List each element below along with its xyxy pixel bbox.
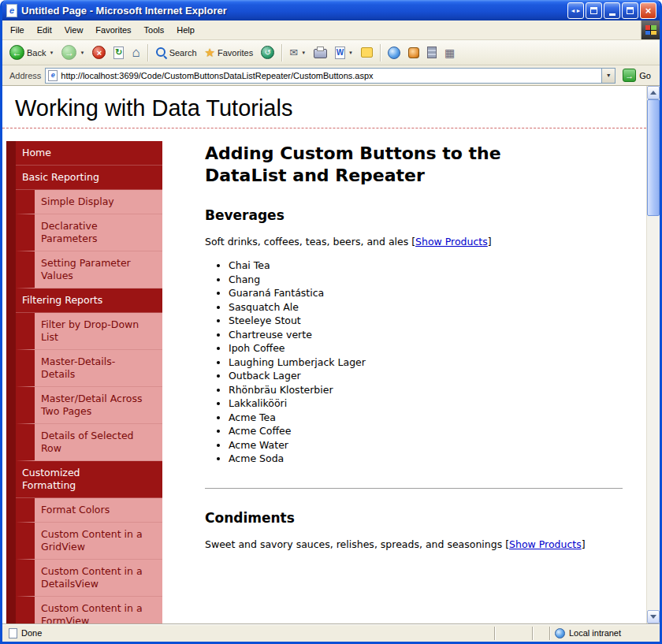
product-item: Acme Tea	[229, 411, 623, 423]
product-item: Chai Tea	[229, 259, 623, 271]
sidebar-item[interactable]: Master-Details-Details	[16, 350, 162, 387]
sidebar-item[interactable]: Declarative Parameters	[16, 214, 162, 251]
forward-dropdown-icon: ▼	[80, 50, 84, 55]
sidebar-item[interactable]: Home	[16, 141, 162, 166]
description-text: Soft drinks, coffees, teas, beers, and a…	[205, 236, 415, 248]
back-dropdown-icon: ▼	[49, 50, 54, 55]
vertical-scrollbar[interactable]	[646, 86, 660, 624]
menu-item-edit[interactable]: Edit	[31, 24, 58, 36]
product-item: Laughing Lumberjack Lager	[229, 356, 623, 368]
history-icon: ↺	[261, 46, 274, 59]
address-dropdown-button[interactable]: ▼	[601, 69, 615, 83]
edit-dropdown-icon: ▼	[348, 50, 353, 55]
caption-buttons: ◄► ×	[566, 2, 656, 19]
status-pane	[532, 627, 549, 640]
history-button[interactable]: ↺	[258, 44, 277, 61]
toolbar-separator	[380, 44, 381, 61]
sidebar-item[interactable]: Custom Content in a GridView	[16, 523, 162, 560]
status-pane	[494, 627, 532, 640]
sidebar-item[interactable]: Custom Content in a FormView	[16, 597, 162, 624]
sidebar-item-label: Filtering Reports	[22, 294, 102, 307]
show-products-link[interactable]: Show Products	[509, 538, 582, 550]
favorites-button[interactable]: ★ Favorites	[202, 45, 257, 60]
page-icon: e	[48, 70, 58, 81]
maximize-button[interactable]	[622, 2, 638, 19]
close-button[interactable]: ×	[640, 2, 656, 19]
sidebar-item-label: Customized Formatting	[22, 467, 117, 492]
article-sections: BeveragesSoft drinks, coffees, teas, bee…	[205, 207, 623, 551]
go-label: Go	[639, 71, 651, 80]
discuss-button[interactable]	[358, 46, 376, 59]
favorites-label: Favorites	[218, 48, 253, 58]
tiles-button[interactable]: ▦	[441, 46, 458, 60]
scroll-up-button[interactable]	[647, 86, 660, 99]
messenger-button[interactable]	[385, 45, 404, 61]
sidebar-item[interactable]: Details of Selected Row	[16, 424, 162, 461]
forward-button[interactable]: → ▼	[58, 43, 87, 61]
sidebar-item[interactable]: Filter by Drop-Down List	[16, 313, 162, 350]
minimize-icon	[609, 13, 616, 16]
sidebar-column: HomeBasic ReportingSimple DisplayDeclara…	[6, 141, 162, 624]
stop-icon: ×	[92, 46, 106, 59]
show-products-link[interactable]: Show Products	[415, 236, 488, 248]
sites-button[interactable]	[424, 45, 440, 60]
print-button[interactable]	[311, 45, 330, 60]
product-list: Chai TeaChangGuaraná FantásticaSasquatch…	[205, 259, 623, 464]
back-button[interactable]: ← Back ▼	[6, 43, 57, 61]
sidebar-item[interactable]: Filtering Reports	[16, 288, 162, 313]
category-heading: Condiments	[205, 510, 623, 526]
edit-button[interactable]: W ▼	[332, 45, 356, 61]
sidebar-item[interactable]: Master/Detail Across Two Pages	[16, 387, 162, 424]
product-item: Chartreuse verte	[229, 329, 623, 341]
stop-button[interactable]: ×	[89, 44, 109, 61]
menu-item-view[interactable]: View	[58, 24, 90, 36]
menu-bar: FileEditViewFavoritesToolsHelp	[2, 20, 660, 40]
sidebar-item-label: Basic Reporting	[22, 171, 99, 184]
menu-item-tools[interactable]: Tools	[138, 24, 171, 36]
refresh-button[interactable]: ↻	[110, 45, 127, 61]
toolbar-separator	[147, 44, 148, 61]
window-title: Untitled Page - Microsoft Internet Explo…	[21, 5, 566, 17]
scroll-down-icon	[650, 615, 656, 619]
address-url: http://localhost:3699/Code/CustomButtons…	[61, 71, 598, 80]
sidebar-item[interactable]: Customized Formatting	[16, 461, 162, 498]
windows-flag-icon	[645, 25, 656, 35]
sidebar-item[interactable]: Simple Display	[16, 190, 162, 214]
page-content: Working with Data Tutorials HomeBasic Re…	[2, 86, 646, 624]
menu-item-favorites[interactable]: Favorites	[89, 24, 137, 36]
scrollbar-thumb[interactable]	[647, 99, 660, 216]
product-item: Rhönbräu Klosterbier	[229, 384, 623, 396]
sidebar-item-label: Setting Parameter Values	[41, 257, 147, 282]
mail-button[interactable]: ✉ ▼	[286, 46, 309, 59]
search-icon	[155, 47, 167, 58]
scrollbar-track[interactable]	[647, 99, 660, 610]
menu-items: FileEditViewFavoritesToolsHelp	[4, 20, 201, 39]
scroll-down-button[interactable]	[647, 610, 660, 624]
address-input[interactable]: e http://localhost:3699/Code/CustomButto…	[45, 68, 616, 84]
menu-item-help[interactable]: Help	[170, 24, 201, 36]
go-button[interactable]: → Go	[619, 69, 657, 82]
sidebar-item[interactable]: Setting Parameter Values	[16, 251, 162, 288]
research-button[interactable]	[405, 46, 422, 60]
menu-item-file[interactable]: File	[4, 24, 31, 36]
minimize-button[interactable]	[604, 2, 620, 19]
search-button[interactable]: Search	[152, 45, 200, 60]
product-item: Acme Water	[229, 439, 623, 451]
forward-icon: →	[61, 45, 76, 60]
sidebar-item-label: Master/Detail Across Two Pages	[41, 393, 147, 418]
maximize-icon	[627, 7, 634, 14]
window-button[interactable]	[586, 2, 602, 19]
title-bar[interactable]: e Untitled Page - Microsoft Internet Exp…	[2, 0, 660, 20]
sidebar-item[interactable]: Format Colors	[16, 498, 162, 523]
toolbar: ← Back ▼ → ▼ × ↻ ⌂ Search ★ Favorites ↺ …	[2, 40, 660, 65]
brush-icon	[408, 47, 419, 58]
sidebar-item-label: Format Colors	[41, 504, 110, 516]
product-item: Sasquatch Ale	[229, 301, 623, 313]
nav-arrows-button[interactable]: ◄►	[567, 2, 584, 19]
sidebar-item[interactable]: Basic Reporting	[16, 166, 162, 190]
toolbar-separator	[281, 44, 282, 61]
discuss-icon	[361, 47, 373, 58]
home-button[interactable]: ⌂	[128, 44, 143, 61]
sidebar-item-label: Filter by Drop-Down List	[41, 318, 147, 344]
sidebar-item[interactable]: Custom Content in a DetailsView	[16, 560, 162, 597]
